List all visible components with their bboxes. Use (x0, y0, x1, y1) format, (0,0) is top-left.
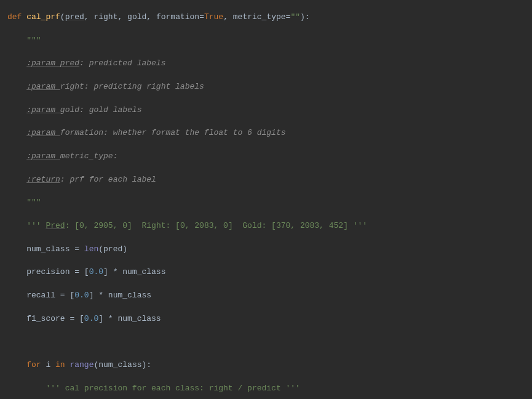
code-line: :param formation: whether format the flo… (1, 127, 532, 139)
code-line: :param gold: gold labels (1, 105, 532, 116)
code-line: def cal_prf(pred, right, gold, formation… (1, 12, 532, 23)
code-line: ''' cal precision for each class: right … (1, 383, 532, 395)
code-line: :param metric_type: (1, 151, 532, 163)
code-line: ''' Pred: [0, 2905, 0] Right: [0, 2083, … (1, 220, 532, 232)
code-line: :param pred: predicted labels (1, 58, 532, 70)
code-line: """ (1, 197, 532, 209)
code-line: :return: prf for each label (1, 174, 532, 186)
code-line: num_class = len(pred) (1, 244, 532, 256)
code-line: for i in range(num_class): (1, 360, 532, 371)
code-line: f1_score = [0.0] * num_class (1, 313, 532, 325)
code-line: precision = [0.0] * num_class (1, 267, 532, 278)
code-line: recall = [0.0] * num_class (1, 290, 532, 302)
code-line: :param right: predicting right labels (1, 81, 532, 93)
code-line (1, 336, 532, 348)
code-line: """ (1, 35, 532, 47)
code-editor[interactable]: def cal_prf(pred, right, gold, formation… (0, 0, 532, 399)
